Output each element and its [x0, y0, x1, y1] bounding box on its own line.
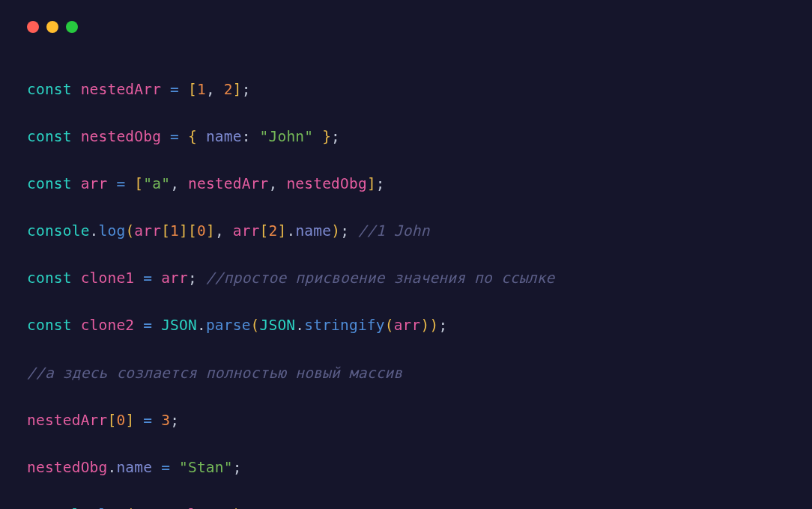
identifier: nestedArr [188, 175, 268, 192]
code-line: const arr = ["a", nestedArr, nestedObg]; [27, 172, 785, 196]
code-line: const nestedArr = [1, 2]; [27, 78, 785, 102]
punct: . [197, 317, 206, 334]
paren: ) [421, 317, 430, 334]
bracket: ] [179, 222, 188, 240]
property: name [116, 459, 152, 476]
minimize-icon[interactable] [46, 21, 58, 33]
bracket: [ [188, 81, 197, 98]
operator: = [143, 269, 152, 287]
identifier: clone1 [81, 269, 135, 287]
identifier: nestedObg [81, 128, 161, 145]
punct: ; [170, 412, 179, 429]
bracket: ] [125, 412, 134, 429]
operator: = [170, 128, 179, 145]
code-window: const nestedArr = [1, 2]; const nestedOb… [0, 0, 812, 509]
string: "Stan" [179, 459, 233, 476]
code-line: console.log(arr[1][0], arr[2].name); //1… [27, 219, 785, 243]
punct: ; [331, 128, 340, 145]
bracket: ] [233, 81, 242, 98]
paren: ( [251, 317, 260, 334]
paren: ) [331, 222, 340, 240]
paren: ) [233, 506, 242, 509]
keyword: const [27, 128, 72, 145]
punct: , [269, 175, 278, 192]
punct: : [242, 128, 251, 145]
bracket: { [188, 128, 197, 145]
string: "a" [143, 175, 170, 192]
punct: ; [242, 81, 251, 98]
identifier: arr [134, 222, 161, 240]
maximize-icon[interactable] [66, 21, 78, 33]
function: stringify [304, 317, 384, 334]
bracket: } [322, 128, 331, 145]
code-line: nestedObg.name = "Stan"; [27, 456, 785, 480]
paren: ( [125, 222, 134, 240]
operator: = [143, 412, 152, 429]
property: name [295, 222, 331, 240]
string: "John" [260, 128, 314, 145]
identifier: arr [134, 506, 161, 509]
number: 0 [116, 412, 125, 429]
identifier: arr [233, 222, 260, 240]
punct: , [215, 222, 224, 240]
punct: ; [188, 269, 197, 287]
operator: = [143, 317, 152, 334]
number: 0 [197, 222, 206, 240]
punct: , [206, 81, 215, 98]
punct: , [161, 506, 170, 509]
bracket: [ [134, 175, 143, 192]
identifier: nestedObg [286, 175, 366, 192]
builtin: console [27, 222, 90, 240]
punct: ; [242, 506, 251, 509]
identifier: nestedArr [81, 81, 161, 98]
comment: //1 John [358, 222, 430, 240]
operator: = [170, 81, 179, 98]
punct: . [295, 317, 304, 334]
bracket: [ [161, 222, 170, 240]
window-controls [15, 18, 797, 46]
number: 2 [269, 222, 278, 240]
close-icon[interactable] [27, 21, 39, 33]
punct: ; [376, 175, 385, 192]
number: 3 [161, 412, 170, 429]
bracket: [ [188, 222, 197, 240]
identifier: arr [81, 175, 108, 192]
code-line: const clone2 = JSON.parse(JSON.stringify… [27, 314, 785, 338]
punct: . [90, 222, 99, 240]
bracket: ] [206, 222, 215, 240]
punct: . [90, 506, 99, 509]
punct: ; [233, 459, 242, 476]
code-line: nestedArr[0] = 3; [27, 409, 785, 433]
builtin: console [27, 506, 90, 509]
code-line: const clone1 = arr; //простое присвоение… [27, 266, 785, 290]
code-line: console.log(arr, clone1); [27, 503, 785, 509]
punct: ; [340, 222, 349, 240]
bracket: [ [107, 412, 116, 429]
identifier: clone1 [179, 506, 233, 509]
identifier: nestedArr [27, 412, 107, 429]
function: log [99, 222, 126, 240]
punct: , [170, 175, 179, 192]
keyword: const [27, 81, 72, 98]
keyword: const [27, 317, 72, 334]
keyword: const [27, 269, 72, 287]
identifier: arr [394, 317, 421, 334]
paren: ( [125, 506, 134, 509]
function: log [99, 506, 126, 509]
bracket: ] [367, 175, 376, 192]
comment: //а здесь созлается полностью новый масс… [27, 365, 402, 382]
builtin: JSON [161, 317, 197, 334]
punct: ; [438, 317, 447, 334]
number: 1 [197, 81, 206, 98]
identifier: clone2 [81, 317, 135, 334]
operator: = [116, 175, 125, 192]
comment: //простое присвоение значения по ссылке [206, 269, 555, 287]
code-block: const nestedArr = [1, 2]; const nestedOb… [15, 46, 797, 509]
number: 2 [224, 81, 233, 98]
identifier: arr [161, 269, 188, 287]
function: parse [206, 317, 251, 334]
identifier: nestedObg [27, 459, 107, 476]
punct: . [107, 459, 116, 476]
paren: ) [429, 317, 438, 334]
punct: . [286, 222, 295, 240]
